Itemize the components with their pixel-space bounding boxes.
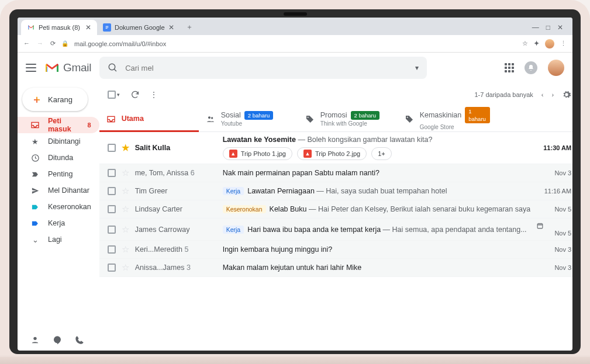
search-box[interactable]: ▾	[99, 57, 427, 79]
star-icon[interactable]: ☆	[122, 168, 129, 178]
email-row[interactable]: ☆Keri...Meredith 5Ingin kembara hujung m…	[99, 241, 572, 259]
label-icon	[30, 203, 40, 212]
settings-icon[interactable]	[562, 90, 571, 99]
sidebar-item-label: Kerja	[48, 219, 65, 227]
star-icon[interactable]: ☆	[122, 224, 129, 235]
search-options-icon[interactable]: ▾	[415, 64, 419, 72]
row-checkbox[interactable]	[108, 187, 116, 195]
email-row[interactable]: ☆Anissa...James 3Makan malam kejutan unt…	[99, 259, 572, 277]
inbox-icon	[106, 115, 116, 124]
gmail-logo[interactable]: Gmail	[44, 61, 91, 74]
sidebar-item-work-label[interactable]: Kerja	[18, 215, 99, 231]
url-text[interactable]: mail.google.com/mail/u/0/#inbox	[74, 40, 516, 47]
email-row[interactable]: ★Salit KullaLawatan ke Yosemite — Boleh …	[99, 132, 572, 164]
hangouts-icon[interactable]	[53, 335, 62, 345]
close-window-icon[interactable]: ✕	[557, 23, 563, 32]
email-date: Nov 3	[536, 264, 571, 271]
row-checkbox[interactable]	[108, 144, 116, 152]
tab-primary[interactable]: Utama	[99, 106, 199, 131]
new-tab-button[interactable]: ＋	[182, 20, 196, 34]
browser-tab[interactable]: Dokumen Google ✕	[97, 20, 180, 35]
new-badge: 1 baharu	[465, 107, 489, 123]
email-row[interactable]: ☆Tim GreerKerjaLawatan Perniagaan — Hai,…	[99, 182, 572, 200]
new-badge: 2 baharu	[244, 111, 274, 120]
star-icon[interactable]: ★	[122, 143, 129, 153]
browser-tab[interactable]: Peti masuk (8) ✕	[21, 20, 97, 35]
gmail-favicon-icon	[27, 23, 35, 32]
forward-icon[interactable]: →	[37, 40, 43, 47]
row-checkbox[interactable]	[108, 205, 116, 213]
svg-point-12	[406, 116, 408, 117]
minimize-icon[interactable]: —	[532, 23, 539, 32]
star-icon[interactable]: ☆	[122, 186, 129, 196]
close-icon[interactable]: ✕	[168, 23, 174, 32]
attachment-more-chip[interactable]: 1+	[371, 147, 392, 160]
row-checkbox[interactable]	[108, 226, 116, 234]
svg-rect-2	[106, 27, 109, 27]
star-icon[interactable]: ☆	[122, 262, 129, 273]
image-icon: ▲	[229, 150, 237, 158]
label-icon	[30, 219, 40, 228]
sidebar-item-sent[interactable]: Mel Dihantar	[18, 182, 99, 199]
notifications-icon[interactable]	[525, 61, 537, 74]
phone-icon[interactable]	[75, 335, 84, 345]
contacts-icon[interactable]	[30, 335, 40, 345]
new-badge: 2 baharu	[351, 111, 380, 120]
google-apps-icon[interactable]	[505, 63, 514, 72]
email-date: Nov 5	[536, 222, 571, 237]
attachment-name: Trip Photo 1.jpg	[241, 150, 286, 157]
bookmark-star-icon[interactable]: ☆	[522, 40, 528, 47]
compose-button[interactable]: ＋ Karang	[22, 88, 88, 111]
email-row[interactable]: ☆Lindsay CarterKeseronokanKelab Buku — H…	[99, 200, 572, 219]
tab-label: Sosial 2 baharu	[221, 111, 274, 120]
attachment-chip[interactable]: ▲Trip Photo 2.jpg	[297, 147, 367, 160]
account-avatar[interactable]	[548, 60, 564, 76]
extensions-icon[interactable]: ✦	[534, 40, 539, 47]
sidebar-item-fun-label[interactable]: Keseronokan	[18, 199, 99, 215]
sidebar-item-inbox[interactable]: Peti masuk 8	[18, 117, 99, 133]
main-menu-icon[interactable]	[26, 64, 36, 72]
sidebar-item-starred[interactable]: ★ Dibintangi	[18, 133, 99, 150]
tab-social[interactable]: Sosial 2 baharu Youtube	[199, 106, 298, 131]
prev-page-icon[interactable]: ‹	[541, 91, 544, 98]
sidebar-item-snoozed[interactable]: Ditunda	[18, 150, 99, 166]
star-icon[interactable]: ☆	[122, 244, 129, 255]
attachment-name: Trip Photo 2.jpg	[315, 150, 360, 157]
browser-profile-avatar[interactable]	[545, 39, 554, 48]
email-snippet: — Hai semua, apa pendapat anda tentang..…	[381, 226, 526, 234]
email-snippet: — Boleh kongsikan gambar lawatan kita?	[296, 136, 432, 144]
more-icon[interactable]: ⋮	[150, 91, 157, 99]
lock-icon[interactable]: 🔒	[61, 40, 68, 47]
email-content: Makan malam kejutan untuk hari lahir Mik…	[223, 264, 530, 272]
sidebar-item-label: Keseronokan	[48, 203, 91, 211]
tab-updates[interactable]: Kemaskinian 1 baharu Google Store	[398, 106, 497, 131]
tab-promotions[interactable]: Promosi 2 baharu Think with Google	[298, 106, 398, 131]
attachment-chip[interactable]: ▲Trip Photo 1.jpg	[223, 147, 292, 160]
next-page-icon[interactable]: ›	[551, 91, 554, 98]
maximize-icon[interactable]: □	[546, 23, 550, 32]
window-controls: — □ ✕	[532, 23, 569, 35]
gmail-logo-icon	[44, 62, 60, 74]
select-all-checkbox[interactable]: ▾	[108, 91, 120, 99]
row-checkbox[interactable]	[108, 245, 116, 254]
back-icon[interactable]: ←	[23, 40, 30, 47]
email-row[interactable]: ☆me, Tom, Anissa 6Nak main permainan pap…	[99, 164, 572, 182]
sidebar-item-more[interactable]: ⌄ Lagi	[18, 231, 99, 248]
refresh-icon[interactable]	[130, 90, 140, 99]
sidebar-item-label: Peti masuk	[48, 117, 80, 133]
email-row[interactable]: ☆James CarrowayKerjaHari bawa ibu bapa a…	[99, 219, 572, 241]
close-icon[interactable]: ✕	[85, 23, 91, 32]
search-input[interactable]	[125, 64, 408, 72]
tab-label: Kemaskinian 1 baharu	[420, 107, 490, 123]
sidebar-item-important[interactable]: Penting	[18, 166, 99, 182]
row-checkbox[interactable]	[108, 169, 116, 177]
browser-menu-icon[interactable]: ⋮	[560, 40, 567, 47]
row-checkbox[interactable]	[108, 264, 116, 272]
email-sender: me, Tom, Anissa 6	[135, 169, 217, 177]
gmail-wordmark: Gmail	[63, 61, 91, 74]
email-content: KeseronokanKelab Buku — Hai Peter dan Ke…	[223, 205, 530, 213]
star-icon[interactable]: ☆	[122, 204, 129, 214]
email-list: ★Salit KullaLawatan ke Yosemite — Boleh …	[99, 132, 572, 351]
reload-icon[interactable]: ⟳	[50, 40, 56, 47]
chevron-down-icon[interactable]: ▾	[117, 92, 120, 98]
